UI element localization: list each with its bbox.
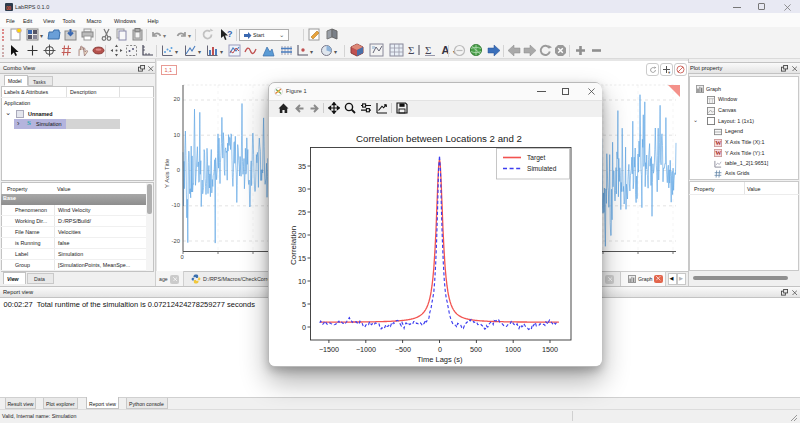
svg-text:W: W <box>715 149 722 156</box>
svg-text:W: W <box>715 139 722 146</box>
